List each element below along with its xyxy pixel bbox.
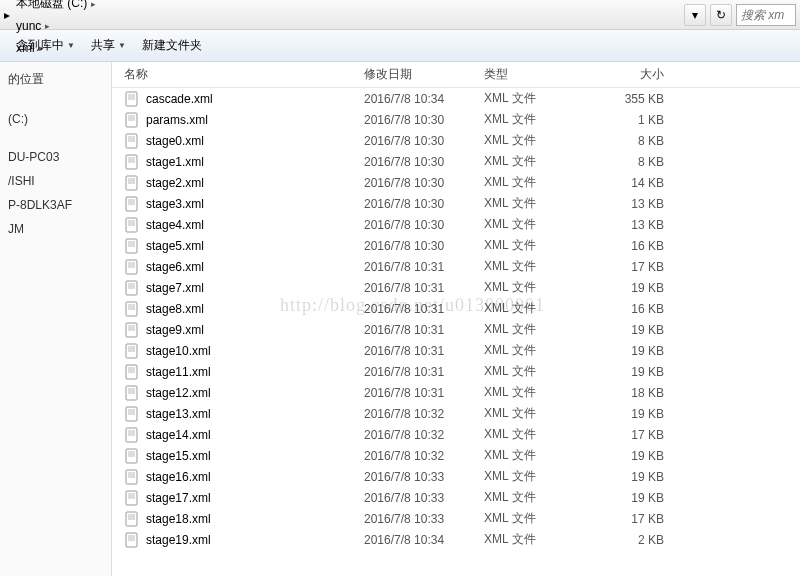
- chevron-down-icon: ▼: [118, 41, 126, 50]
- file-size: 19 KB: [604, 365, 694, 379]
- column-header-name[interactable]: 名称: [112, 66, 364, 83]
- file-name: stage12.xml: [146, 386, 211, 400]
- file-type: XML 文件: [484, 321, 604, 338]
- file-size: 14 KB: [604, 176, 694, 190]
- file-row[interactable]: stage10.xml2016/7/8 10:31XML 文件19 KB: [112, 340, 800, 361]
- file-type: XML 文件: [484, 174, 604, 191]
- file-size: 17 KB: [604, 260, 694, 274]
- sidebar-item[interactable]: 的位置: [0, 66, 111, 93]
- file-date: 2016/7/8 10:33: [364, 470, 484, 484]
- sidebar-item[interactable]: JM: [0, 217, 111, 241]
- file-icon: [124, 364, 140, 380]
- file-row[interactable]: params.xml2016/7/8 10:30XML 文件1 KB: [112, 109, 800, 130]
- file-type: XML 文件: [484, 342, 604, 359]
- include-in-library-button[interactable]: 含到库中▼: [8, 34, 83, 58]
- file-date: 2016/7/8 10:30: [364, 239, 484, 253]
- go-back-button[interactable]: ▾: [684, 4, 706, 26]
- file-size: 19 KB: [604, 470, 694, 484]
- column-header-date[interactable]: 修改日期: [364, 66, 484, 83]
- file-row[interactable]: stage14.xml2016/7/8 10:32XML 文件17 KB: [112, 424, 800, 445]
- sidebar-item[interactable]: DU-PC03: [0, 145, 111, 169]
- file-date: 2016/7/8 10:31: [364, 386, 484, 400]
- file-date: 2016/7/8 10:33: [364, 491, 484, 505]
- refresh-icon: ↻: [716, 8, 726, 22]
- breadcrumb-segment[interactable]: 本地磁盘 (C:)▸: [10, 0, 102, 15]
- file-name: stage19.xml: [146, 533, 211, 547]
- file-row[interactable]: stage7.xml2016/7/8 10:31XML 文件19 KB: [112, 277, 800, 298]
- file-name: stage6.xml: [146, 260, 204, 274]
- file-type: XML 文件: [484, 510, 604, 527]
- file-icon: [124, 217, 140, 233]
- sidebar-item[interactable]: (C:): [0, 107, 111, 131]
- file-row[interactable]: cascade.xml2016/7/8 10:34XML 文件355 KB: [112, 88, 800, 109]
- share-button[interactable]: 共享▼: [83, 34, 134, 58]
- file-date: 2016/7/8 10:31: [364, 281, 484, 295]
- column-header-size[interactable]: 大小: [604, 66, 694, 83]
- file-icon: [124, 175, 140, 191]
- sidebar-item[interactable]: /ISHI: [0, 169, 111, 193]
- file-type: XML 文件: [484, 384, 604, 401]
- file-list[interactable]: cascade.xml2016/7/8 10:34XML 文件355 KBpar…: [112, 88, 800, 576]
- file-row[interactable]: stage13.xml2016/7/8 10:32XML 文件19 KB: [112, 403, 800, 424]
- file-icon: [124, 133, 140, 149]
- file-name: stage11.xml: [146, 365, 211, 379]
- file-icon: [124, 448, 140, 464]
- file-name: stage3.xml: [146, 197, 204, 211]
- file-name: cascade.xml: [146, 92, 213, 106]
- chevron-down-icon: ▼: [67, 41, 75, 50]
- file-size: 8 KB: [604, 134, 694, 148]
- file-date: 2016/7/8 10:34: [364, 92, 484, 106]
- file-type: XML 文件: [484, 153, 604, 170]
- file-row[interactable]: stage11.xml2016/7/8 10:31XML 文件19 KB: [112, 361, 800, 382]
- file-name: stage17.xml: [146, 491, 211, 505]
- file-icon: [124, 259, 140, 275]
- file-row[interactable]: stage15.xml2016/7/8 10:32XML 文件19 KB: [112, 445, 800, 466]
- file-date: 2016/7/8 10:32: [364, 449, 484, 463]
- file-date: 2016/7/8 10:30: [364, 155, 484, 169]
- file-date: 2016/7/8 10:34: [364, 533, 484, 547]
- new-folder-button[interactable]: 新建文件夹: [134, 34, 210, 58]
- file-row[interactable]: stage8.xml2016/7/8 10:31XML 文件16 KB: [112, 298, 800, 319]
- refresh-button[interactable]: ↻: [710, 4, 732, 26]
- file-name: stage14.xml: [146, 428, 211, 442]
- file-row[interactable]: stage6.xml2016/7/8 10:31XML 文件17 KB: [112, 256, 800, 277]
- file-type: XML 文件: [484, 90, 604, 107]
- file-name: stage1.xml: [146, 155, 204, 169]
- file-type: XML 文件: [484, 300, 604, 317]
- file-type: XML 文件: [484, 111, 604, 128]
- file-icon: [124, 154, 140, 170]
- file-row[interactable]: stage9.xml2016/7/8 10:31XML 文件19 KB: [112, 319, 800, 340]
- file-size: 18 KB: [604, 386, 694, 400]
- file-row[interactable]: stage16.xml2016/7/8 10:33XML 文件19 KB: [112, 466, 800, 487]
- file-icon: [124, 196, 140, 212]
- file-size: 2 KB: [604, 533, 694, 547]
- file-type: XML 文件: [484, 426, 604, 443]
- file-name: stage2.xml: [146, 176, 204, 190]
- file-row[interactable]: stage18.xml2016/7/8 10:33XML 文件17 KB: [112, 508, 800, 529]
- file-type: XML 文件: [484, 531, 604, 548]
- file-row[interactable]: stage5.xml2016/7/8 10:30XML 文件16 KB: [112, 235, 800, 256]
- file-row[interactable]: stage12.xml2016/7/8 10:31XML 文件18 KB: [112, 382, 800, 403]
- file-size: 19 KB: [604, 491, 694, 505]
- address-bar: ▸ 计算机▸本地磁盘 (C:)▸yunc▸xml▸ ▾ ↻: [0, 0, 800, 30]
- sidebar-item[interactable]: P-8DLK3AF: [0, 193, 111, 217]
- file-row[interactable]: stage17.xml2016/7/8 10:33XML 文件19 KB: [112, 487, 800, 508]
- search-input[interactable]: [736, 4, 796, 26]
- file-row[interactable]: stage4.xml2016/7/8 10:30XML 文件13 KB: [112, 214, 800, 235]
- file-type: XML 文件: [484, 405, 604, 422]
- file-type: XML 文件: [484, 279, 604, 296]
- file-row[interactable]: stage1.xml2016/7/8 10:30XML 文件8 KB: [112, 151, 800, 172]
- file-size: 1 KB: [604, 113, 694, 127]
- file-row[interactable]: stage2.xml2016/7/8 10:30XML 文件14 KB: [112, 172, 800, 193]
- file-size: 16 KB: [604, 239, 694, 253]
- file-icon: [124, 427, 140, 443]
- column-header-type[interactable]: 类型: [484, 66, 604, 83]
- file-date: 2016/7/8 10:30: [364, 176, 484, 190]
- file-row[interactable]: stage3.xml2016/7/8 10:30XML 文件13 KB: [112, 193, 800, 214]
- file-icon: [124, 91, 140, 107]
- file-row[interactable]: stage0.xml2016/7/8 10:30XML 文件8 KB: [112, 130, 800, 151]
- file-row[interactable]: stage19.xml2016/7/8 10:34XML 文件2 KB: [112, 529, 800, 550]
- sidebar: 的位置(C:)DU-PC03/ISHIP-8DLK3AFJM: [0, 62, 112, 576]
- file-icon: [124, 280, 140, 296]
- file-date: 2016/7/8 10:31: [364, 365, 484, 379]
